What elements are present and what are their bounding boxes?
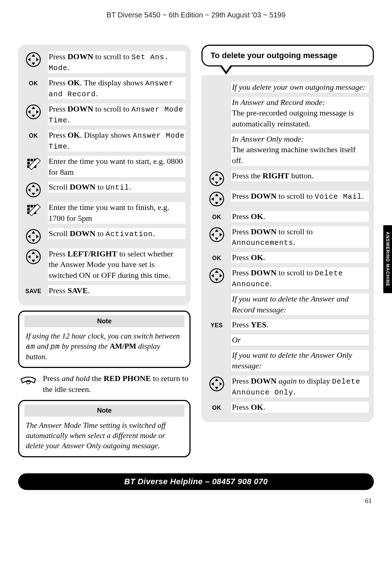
step-text: Press OK.: [231, 211, 369, 222]
step-text: Enter the time you want to start, e.g. 0…: [48, 156, 185, 177]
info-text: If you want to delete the Answer and Rec…: [205, 291, 370, 317]
step-text: Or: [231, 335, 369, 345]
page-number: 61: [18, 497, 374, 505]
right-steps-panel: If you delete your own outgoing message:…: [201, 75, 374, 422]
note-box: Note The Answer Mode Time setting is swi…: [18, 400, 191, 457]
note-title: Note: [24, 315, 184, 327]
phone-icon: [19, 373, 38, 388]
nav-icon: [209, 268, 224, 283]
info-text: If you delete your own outgoing message:: [205, 80, 370, 95]
step: OK Press OK.: [205, 400, 370, 415]
hangup-step: Press and hold the RED PHONE to return t…: [18, 373, 191, 394]
left-steps-panel: Press DOWN to scroll to Set Ans. Mode. O…: [18, 45, 191, 305]
step: Press DOWN to scroll to Set Ans. Mode.: [22, 49, 187, 75]
note-title: Note: [24, 405, 184, 417]
step-text: Scroll DOWN to Activation.: [48, 228, 185, 239]
step: OK Press OK. The display shows Answer an…: [22, 75, 187, 101]
info-text: Or: [205, 332, 370, 348]
step-text: Press OK.: [231, 402, 369, 413]
info-text: In Answer Only mode: The answering machi…: [205, 131, 370, 168]
step: Enter the time you want to start, e.g. 0…: [22, 154, 187, 179]
step-text: Press and hold the RED PHONE to return t…: [43, 373, 191, 394]
info-text: If you want to delete the Answer Only me…: [205, 348, 370, 373]
info-text: In Answer and Record mode: The pre-recor…: [205, 95, 370, 131]
nav-icon: [209, 227, 224, 242]
yes-label: YES: [211, 320, 223, 329]
step: Press DOWN to scroll to Voice Mail.: [205, 189, 370, 209]
step-text: Press DOWN to scroll to Announcements.: [231, 226, 369, 248]
nav-icon: [26, 249, 41, 264]
keypad-icon: [26, 203, 41, 218]
nav-icon: [26, 52, 41, 67]
step-text: In Answer Only mode: The answering machi…: [231, 134, 369, 166]
step: Press DOWN again to display Delete Annou…: [205, 373, 370, 400]
save-label: SAVE: [25, 286, 41, 295]
callout-tail: [201, 66, 374, 77]
page-header: BT Diverse 5450 ~ 6th Edition ~ 29th Aug…: [18, 11, 374, 19]
step-text: Enter the time you want to finish, e.g. …: [48, 202, 185, 223]
step: Press DOWN to scroll to Answer Mode Time…: [22, 101, 187, 127]
step-text: If you want to delete the Answer Only me…: [231, 350, 369, 371]
step: YES Press YES.: [205, 317, 370, 332]
page: BT Diverse 5450 ~ 6th Edition ~ 29th Aug…: [0, 0, 392, 519]
step: Press the RIGHT button.: [205, 168, 370, 189]
keypad-icon: [26, 157, 41, 172]
step-text: Press DOWN to scroll to Answer Mode Time…: [48, 104, 185, 125]
step-text: Press SAVE.: [48, 285, 185, 296]
step: Press DOWN to scroll to Delete Announce.: [205, 265, 370, 291]
step: SAVE Press SAVE.: [22, 283, 187, 298]
step-text: Press DOWN to scroll to Delete Announce.: [231, 267, 369, 289]
step: Enter the time you want to finish, e.g. …: [22, 200, 187, 226]
ok-label: OK: [212, 212, 221, 220]
step-text: Press DOWN again to display Delete Annou…: [231, 376, 369, 397]
note-box: Note If using the 12 hour clock, you can…: [18, 311, 191, 368]
note-body: The Answer Mode Time setting is switched…: [19, 420, 189, 451]
step: Scroll DOWN to Activation.: [22, 226, 187, 246]
content-columns: Press DOWN to scroll to Set Ans. Mode. O…: [18, 45, 374, 462]
step: Scroll DOWN to Until.: [22, 179, 187, 200]
nav-icon: [26, 229, 41, 244]
step-text: Press DOWN to scroll to Set Ans. Mode.: [48, 51, 185, 73]
step-text: If you want to delete the Answer and Rec…: [231, 293, 369, 315]
step-text: In Answer and Record mode: The pre-recor…: [231, 97, 369, 129]
step-text: Press YES.: [231, 319, 369, 330]
step-text: Press LEFT/RIGHT to select whether the A…: [48, 248, 185, 281]
step-text: Press DOWN to scroll to Voice Mail.: [231, 191, 369, 202]
ok-label: OK: [212, 402, 221, 411]
nav-icon: [26, 104, 41, 120]
nav-icon: [209, 191, 224, 207]
ok-label: OK: [29, 130, 38, 139]
step: Press DOWN to scroll to Announcements.: [205, 224, 370, 250]
step: OK Press OK. Display shows Answer Mode T…: [22, 127, 187, 154]
section-heading: To delete your outgoing message: [201, 45, 374, 66]
step-text: Press the RIGHT button.: [231, 170, 369, 181]
step-text: Press OK.: [231, 252, 369, 263]
step-text: Scroll DOWN to Until.: [48, 182, 185, 193]
step-text: Press OK. The display shows Answer and R…: [48, 77, 185, 99]
nav-icon: [209, 376, 224, 392]
nav-icon: [209, 171, 224, 186]
helpline-footer: BT Diverse Helpline – 08457 908 070: [18, 473, 374, 490]
nav-icon: [26, 182, 41, 198]
section-tab: ANSWERING MACHINE: [383, 225, 392, 293]
right-column: To delete your outgoing message If you d…: [201, 45, 374, 462]
left-column: Press DOWN to scroll to Set Ans. Mode. O…: [18, 45, 191, 462]
step: OK Press OK.: [205, 209, 370, 224]
step: Press LEFT/RIGHT to select whether the A…: [22, 246, 187, 283]
note-body: If using the 12 hour clock, you can swit…: [19, 331, 189, 362]
ok-label: OK: [29, 78, 38, 87]
step: OK Press OK.: [205, 250, 370, 265]
step-text: If you delete your own outgoing message:: [231, 82, 369, 93]
ok-label: OK: [212, 253, 221, 262]
step-text: Press OK. Display shows Answer Mode Time…: [48, 130, 185, 151]
